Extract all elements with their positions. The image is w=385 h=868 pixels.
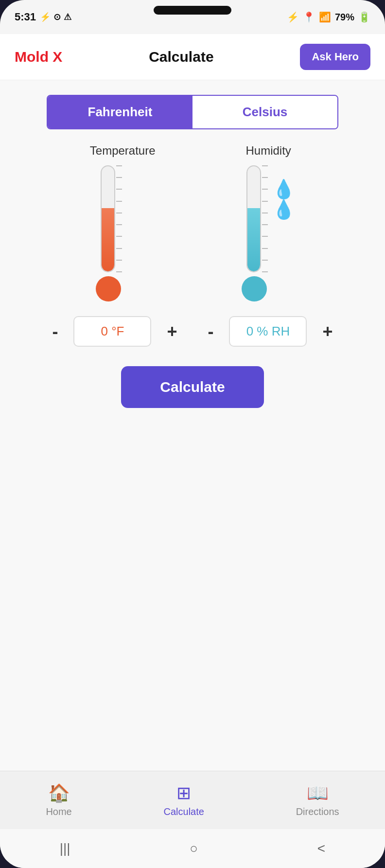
time-display: 5:31: [15, 11, 36, 23]
temp-plus-button[interactable]: +: [159, 319, 185, 344]
unit-toggle: Fahrenheit Celsius: [47, 95, 338, 129]
location-icon: 📍: [303, 11, 315, 23]
notch: [154, 6, 231, 15]
android-nav: ||| ○ <: [0, 829, 385, 868]
humid-bulb: [242, 276, 267, 301]
humidity-thermometer: 💧 💧: [242, 165, 295, 301]
celsius-tab[interactable]: Celsius: [192, 96, 337, 128]
main-content: Fahrenheit Celsius Temperature: [0, 80, 385, 771]
temp-minus-button[interactable]: -: [44, 319, 66, 344]
nav-home-label: Home: [46, 806, 71, 817]
status-icons: ⚡ ⊙ ⚠: [40, 12, 71, 22]
warning-icon: ⚠: [64, 12, 71, 22]
temperature-gauge: Temperature: [90, 144, 156, 301]
battery-icon: 🔋: [358, 11, 370, 23]
app-header: Mold X Calculate Ask Hero: [0, 34, 385, 80]
humidity-gauge: Humidity: [242, 144, 295, 301]
phone-frame: 5:31 ⚡ ⊙ ⚠ ⚡ 📍 📶 79% 🔋 Mold X Calculate …: [0, 0, 385, 868]
temp-ticks: [116, 165, 122, 272]
android-home-button[interactable]: ○: [175, 836, 212, 861]
wifi-icon: 📶: [319, 11, 331, 23]
directions-icon: 📖: [307, 783, 329, 803]
home-icon: 🏠: [48, 783, 70, 803]
temp-bulb: [96, 276, 121, 301]
humid-controls: - +: [200, 316, 340, 347]
android-back-button[interactable]: <: [303, 836, 340, 861]
nav-directions-label: Directions: [296, 806, 339, 817]
nav-calculate-label: Calculate: [164, 806, 204, 817]
bluetooth-icon: ⚡: [287, 11, 299, 23]
humidity-label: Humidity: [245, 144, 291, 158]
bolt-icon: ⚡: [40, 12, 51, 22]
android-menu-button[interactable]: |||: [45, 836, 85, 861]
temp-controls: - +: [44, 316, 185, 347]
fahrenheit-tab[interactable]: Fahrenheit: [48, 96, 192, 128]
calculate-icon: ⊞: [176, 783, 191, 803]
temperature-thermometer: [96, 165, 149, 301]
gauges-row: Temperature: [47, 144, 338, 301]
status-left: 5:31 ⚡ ⊙ ⚠: [15, 11, 71, 23]
droplets-icon: 💧 💧: [272, 180, 295, 219]
calculate-button[interactable]: Calculate: [121, 366, 263, 408]
bottom-nav: 🏠 Home ⊞ Calculate 📖 Directions: [0, 771, 385, 829]
status-right: ⚡ 📍 📶 79% 🔋: [287, 11, 370, 23]
circle-icon: ⊙: [53, 12, 61, 22]
ask-hero-button[interactable]: Ask Hero: [300, 44, 370, 70]
temp-scale: [101, 165, 115, 272]
humid-fill: [247, 208, 260, 271]
controls-row: - + - +: [37, 316, 348, 347]
nav-home[interactable]: 🏠 Home: [36, 778, 81, 822]
nav-directions[interactable]: 📖 Directions: [286, 778, 349, 822]
page-title: Calculate: [149, 49, 213, 65]
app-content: Mold X Calculate Ask Hero Fahrenheit Cel…: [0, 34, 385, 868]
humid-plus-button[interactable]: +: [315, 319, 340, 344]
temp-fill: [102, 208, 114, 271]
brand-title: Mold X: [15, 49, 62, 65]
humid-minus-button[interactable]: -: [200, 319, 221, 344]
battery-display: 79%: [335, 12, 354, 23]
nav-calculate[interactable]: ⊞ Calculate: [154, 778, 214, 822]
humid-input[interactable]: [229, 316, 307, 347]
temp-input[interactable]: [73, 316, 151, 347]
temperature-label: Temperature: [90, 144, 156, 158]
humid-ticks: [262, 165, 268, 272]
status-bar: 5:31 ⚡ ⊙ ⚠ ⚡ 📍 📶 79% 🔋: [0, 0, 385, 34]
humid-scale: [246, 165, 261, 272]
